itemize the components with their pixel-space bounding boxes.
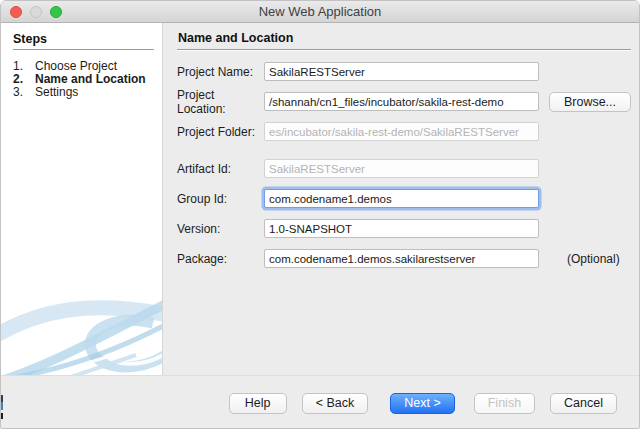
title-bar[interactable]: New Web Application [1,1,639,23]
finish-button: Finish [474,393,535,414]
group-id-input[interactable] [264,189,539,208]
project-location-input[interactable] [264,92,539,111]
wizard-watermark-graphic [1,289,163,375]
window-controls [10,6,62,18]
artifact-id-label: Artifact Id: [177,162,264,176]
close-window-icon[interactable] [10,6,22,18]
dialog-content: Steps 1. Choose Project 2. Name and Loca… [1,23,639,375]
steps-divider [13,49,154,50]
zoom-window-icon[interactable] [50,6,62,18]
steps-panel: Steps 1. Choose Project 2. Name and Loca… [1,23,163,375]
steps-heading: Steps [13,32,154,46]
project-name-label: Project Name: [177,65,264,79]
pane-divider [177,49,631,50]
pane-heading: Name and Location [178,31,631,45]
dialog-button-bar: Help < Back Next > Finish Cancel [1,375,639,429]
version-row: Version: [177,219,631,238]
package-row: Package: (Optional) [177,249,631,268]
package-input[interactable] [264,249,539,268]
cancel-button[interactable]: Cancel [550,393,617,414]
project-folder-input [264,122,539,141]
project-folder-label: Project Folder: [177,125,264,139]
back-button[interactable]: < Back [302,393,369,414]
step-label: Settings [35,86,78,99]
next-button[interactable]: Next > [390,393,454,414]
window-title: New Web Application [259,4,382,19]
project-name-input[interactable] [264,62,539,81]
project-location-row: Project Location: Browse... [177,92,631,111]
new-web-application-dialog: New Web Application Steps 1. Choose Proj… [0,0,640,429]
minimize-window-icon [30,6,42,18]
artifact-id-input [264,159,539,178]
version-label: Version: [177,222,264,236]
step-settings: 3. Settings [13,86,162,99]
artifact-id-row: Artifact Id: [177,159,631,178]
project-folder-row: Project Folder: [177,122,631,141]
version-input[interactable] [264,219,539,238]
group-id-row: Group Id: [177,189,631,208]
name-and-location-pane: Name and Location Project Name: Project … [163,23,639,375]
browse-button[interactable]: Browse... [549,92,631,112]
group-id-label: Group Id: [177,192,264,206]
project-location-label: Project Location: [177,88,264,116]
package-optional-hint: (Optional) [567,252,620,266]
project-name-row: Project Name: [177,62,631,81]
steps-list: 1. Choose Project 2. Name and Location 3… [13,60,162,99]
package-label: Package: [177,252,264,266]
background-window-edge [1,395,3,419]
help-button[interactable]: Help [229,393,287,414]
